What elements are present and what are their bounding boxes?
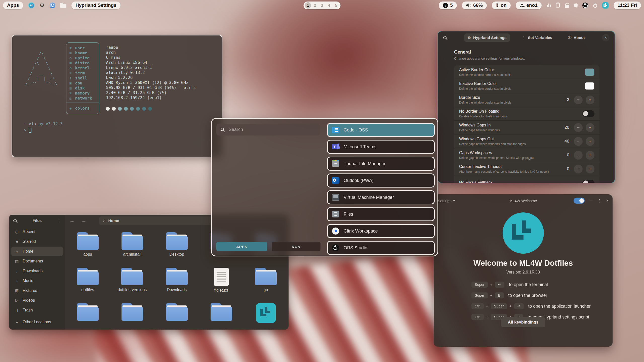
sidebar-item-recent[interactable]: ◷Recent [11, 227, 63, 237]
active-window-title[interactable]: Hyprland Settings [71, 2, 120, 9]
workspace-1[interactable]: 1 [305, 2, 311, 9]
minus-button[interactable]: − [574, 151, 583, 160]
folder-apps[interactable]: apps [76, 232, 99, 268]
settings-gear-icon[interactable]: ⚙ [39, 2, 45, 9]
active-border-color-swatch[interactable] [585, 68, 594, 76]
sidebar-label: Recent [23, 230, 35, 234]
back-icon[interactable]: ← [69, 218, 75, 224]
setting-title: No Focus Fallback [459, 180, 493, 184]
sidebar-item-other-locations[interactable]: +Other Locations [11, 317, 63, 327]
network-indicator[interactable]: eno1 [516, 2, 542, 9]
minus-button[interactable]: − [574, 165, 583, 173]
settings-dropdown[interactable]: Settings ▾ [438, 198, 455, 203]
sidebar-item-home[interactable]: ⌂Home [11, 247, 63, 256]
obs-tray-icon[interactable] [582, 3, 588, 8]
plus-button[interactable]: + [586, 96, 594, 104]
disk-value: 505.98 GiB / 931.01 GiB (54%) - btrfs [106, 85, 195, 90]
folder-dotfiles-versions[interactable]: dotfiles-versions [118, 268, 147, 303]
terminal-icon: ⌨ [69, 71, 75, 75]
inactive-border-color-swatch[interactable] [585, 82, 594, 90]
file-manager-icon[interactable] [60, 4, 66, 8]
sidebar-item-videos[interactable]: ▷Videos [11, 296, 63, 305]
launcher-search[interactable] [216, 124, 320, 135]
clipboard-icon[interactable] [556, 3, 560, 8]
menu-dots-icon[interactable]: ⋮ [598, 198, 602, 203]
setting-row-active-border-color: Active Border ColorDefine the window bor… [454, 65, 599, 79]
apps-menu-button[interactable]: Apps [3, 2, 23, 9]
file-figlet-txt[interactable]: figlet.txt [214, 268, 229, 303]
workspace-5[interactable]: 5 [333, 2, 339, 9]
sidebar-item-downloads[interactable]: ↓Downloads [11, 266, 63, 276]
audio-mixer-icon[interactable] [547, 3, 551, 7]
sidebar-item-music[interactable]: ♪Music [11, 276, 63, 286]
folder-item[interactable] [210, 303, 233, 330]
folder-downloads[interactable]: Downloads [165, 268, 188, 303]
tab-set-variables[interactable]: ⋮ Set Variables [518, 33, 556, 42]
keybind-list: Super + ↵ to open the terminal Super + B… [471, 281, 591, 321]
app-item-citrix-workspace[interactable]: Citrix Workspace [327, 224, 435, 238]
menu-dots-icon[interactable]: ⋮ [57, 218, 61, 223]
app-item-microsoft-teams[interactable]: T Microsoft Teams [327, 140, 435, 154]
tab-about[interactable]: ⓘ About [564, 33, 588, 42]
folder-item[interactable] [121, 303, 144, 330]
no-border-floating-toggle[interactable] [582, 110, 594, 117]
close-button[interactable]: × [602, 34, 610, 41]
sidebar-item-pictures[interactable]: ▦Pictures [11, 286, 63, 295]
minus-button[interactable]: − [574, 123, 583, 132]
workspace-3[interactable]: 3 [319, 2, 325, 9]
search-icon[interactable] [13, 219, 17, 223]
ai-assistant-icon[interactable]: AI [28, 2, 34, 9]
autostart-toggle[interactable] [574, 198, 585, 204]
ml4w-welcome-window: Settings ▾ ML4W Welcome — ⋮ × Welcome to… [434, 194, 613, 347]
plus-button[interactable]: + [586, 165, 594, 173]
folder-archinstall[interactable]: archinstall [121, 232, 144, 268]
updates-indicator[interactable]: ↓ 5 [439, 2, 457, 9]
no-focus-fallback-toggle[interactable] [582, 180, 594, 184]
close-icon[interactable]: × [606, 198, 609, 203]
plus-button[interactable]: + [586, 137, 594, 146]
terminal-window[interactable]: /\ / \ /\ \ / \ / __ \ / | | -\ /_-'' ''… [12, 35, 222, 157]
setting-title: Border Size [459, 95, 511, 100]
sidebar-item-starred[interactable]: ★Starred [11, 237, 63, 246]
setting-row-windows-gaps-out: Windows Gaps OutDefine gaps between wind… [454, 134, 599, 148]
run-tab-button[interactable]: RUN [272, 242, 320, 251]
active-window-title-label: Hyprland Settings [75, 3, 116, 8]
app-item-outlook[interactable]: Outlook (PWA) [327, 173, 435, 188]
forward-icon[interactable]: → [81, 218, 87, 224]
folder-go[interactable]: go [254, 268, 277, 303]
power-icon[interactable] [593, 4, 597, 8]
tab-hyprland-settings[interactable]: ⚙ Hyprland Settings [464, 33, 510, 42]
welcome-headerbar: Settings ▾ ML4W Welcome — ⋮ × [434, 194, 613, 207]
folder-item[interactable] [76, 303, 99, 330]
bluetooth-indicator[interactable]: ᛒ on [492, 2, 511, 9]
folder-item[interactable] [165, 303, 188, 330]
brightness-icon[interactable] [574, 3, 578, 8]
plus-button[interactable]: + [586, 123, 594, 132]
app-item-code-oss[interactable]: Code - OSS [327, 123, 435, 137]
app-item-files[interactable]: Files [327, 207, 435, 221]
search-input[interactable] [228, 127, 309, 132]
minus-button[interactable]: − [574, 137, 583, 146]
apps-tab-button[interactable]: APPS [216, 242, 267, 251]
minimize-icon[interactable]: — [589, 198, 593, 203]
clock[interactable]: 11:23 Fri [614, 2, 641, 9]
sidebar-item-documents[interactable]: ▤Documents [11, 256, 63, 266]
minus-button[interactable]: − [574, 96, 583, 104]
image-ml4w-thumbnail[interactable] [256, 303, 276, 330]
plus-button[interactable]: + [586, 151, 594, 160]
sidebar-item-trash[interactable]: ▯Trash [11, 305, 63, 315]
search-icon[interactable] [443, 36, 447, 40]
volume-indicator[interactable]: 66% [462, 2, 487, 9]
workspace-2[interactable]: 2 [312, 2, 318, 9]
setting-row-no-border-on-floating: No Border On FloatingDisable borders for… [454, 107, 599, 121]
folder-desktop[interactable]: Desktop [165, 232, 188, 268]
app-item-virtual-machine-manager[interactable]: Virtual Machine Manager [327, 190, 435, 204]
lock-screen-icon[interactable] [565, 5, 569, 8]
ml4w-menu-icon[interactable] [602, 2, 609, 9]
folder-dotfiles[interactable]: dotfiles [76, 268, 99, 303]
app-item-obs-studio[interactable]: OBS Studio [327, 241, 435, 255]
workspace-4[interactable]: 4 [326, 2, 332, 9]
app-item-thunar[interactable]: Thunar File Manager [327, 157, 435, 171]
all-keybindings-button[interactable]: All keybindings [501, 317, 546, 327]
chromium-browser-icon[interactable] [50, 3, 55, 8]
